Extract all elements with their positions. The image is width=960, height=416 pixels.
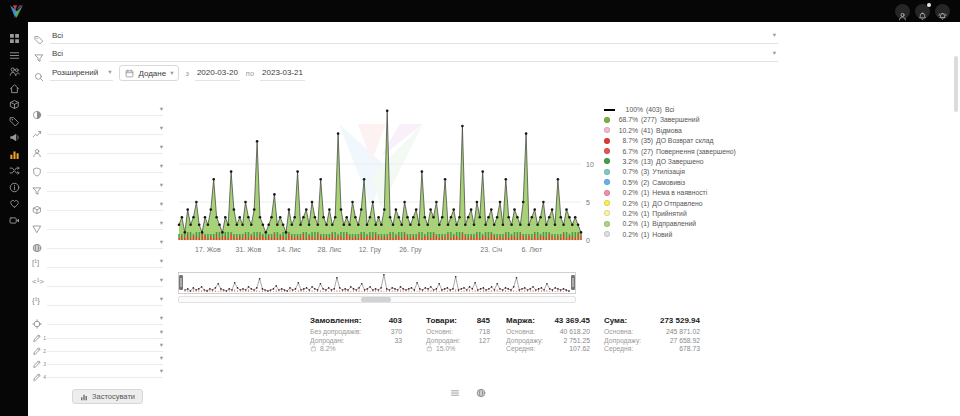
globe-icon[interactable] (476, 384, 486, 394)
legend-item[interactable]: 0.2%(1)Нема в наявності (604, 189, 804, 196)
date-from-input[interactable]: 2020-03-20 (195, 66, 240, 81)
angles-icon: <¹> (32, 277, 42, 287)
app-logo[interactable] (8, 3, 25, 20)
nabla-icon (32, 220, 42, 230)
legend-item[interactable]: 0.5%(2)Самовивіз (604, 179, 804, 186)
brush-chart[interactable] (178, 272, 576, 294)
video-icon[interactable] (9, 212, 20, 223)
legend-dot-swatch (604, 210, 610, 216)
stat-subvalue: 27 658.92 (670, 337, 700, 344)
manager-filter-select[interactable] (47, 141, 163, 154)
legend-count: (35) (641, 137, 653, 144)
date-to-input[interactable]: 2023-03-21 (260, 66, 305, 81)
legend-item[interactable]: 0.7%(3)Утилізація (604, 168, 804, 175)
legend-item[interactable]: 6.7%(27)Повернення (завершено) (604, 148, 804, 155)
pencil-icon: 2 (32, 342, 42, 352)
legend-label: Всі (665, 106, 674, 113)
menu-icon[interactable] (450, 384, 460, 394)
pricing-icon[interactable] (9, 113, 20, 124)
svg-text:17. Жов: 17. Жов (195, 246, 221, 253)
legend-item[interactable]: 100%(403)Всі (604, 106, 804, 113)
notifications-button[interactable] (915, 4, 930, 19)
status-filter-select[interactable]: Всі (50, 46, 778, 62)
field-2-filter-select[interactable] (47, 274, 163, 287)
status-filter-select-value: Всі (52, 49, 63, 58)
bell-icon (918, 7, 927, 16)
legend-dot-swatch (604, 138, 610, 144)
custom-2-filter-select[interactable] (47, 339, 163, 352)
legend-item[interactable]: 3.2%(13)ДО Завершено (604, 158, 804, 165)
apply-button[interactable]: Застосувати (72, 389, 143, 404)
left-icon-sidebar (0, 22, 28, 416)
dashboard-icon[interactable] (9, 30, 20, 41)
horizontal-scrollbar[interactable] (178, 296, 576, 303)
info-icon[interactable] (9, 179, 20, 190)
svg-text:28. Лис: 28. Лис (318, 246, 342, 253)
stat-subrow: Допродажу:2 751.25 (506, 337, 590, 344)
field-1-filter-select[interactable] (47, 255, 163, 268)
stat-percent-value: 8.2% (320, 345, 336, 352)
stat-percent-value: 15.0% (436, 345, 455, 352)
legend-item[interactable]: 0.2%(1)Відправлений (604, 220, 804, 227)
category-filter-select[interactable] (47, 217, 163, 230)
vertical-scrollbar-thumb[interactable] (954, 56, 958, 112)
brush-handle-left[interactable] (179, 275, 183, 290)
legend-dot-swatch (604, 169, 610, 175)
source-filter-select[interactable] (47, 179, 163, 192)
custom-4-filter-select[interactable] (47, 365, 163, 378)
stat-sublabel: Основна: (604, 328, 633, 335)
user-profile-button[interactable] (895, 4, 910, 19)
marketing-icon[interactable] (9, 129, 20, 140)
main-chart[interactable]: 051017. Жов31. Жов14. Лис28. Лис12. Гру2… (175, 94, 615, 264)
legend-count: (27) (641, 148, 653, 155)
stat-subrow: Без допродажів:370 (310, 328, 402, 335)
legend-count: (403) (646, 106, 662, 113)
customers-icon[interactable] (9, 63, 20, 74)
legend-count: (1) (641, 189, 649, 196)
legend-item[interactable]: 8.7%(35)ДО Возврат склад (604, 137, 804, 144)
legend-label: ДО Возврат склад (656, 137, 713, 144)
advanced-search-value: Розширений (52, 68, 98, 77)
status-filter-select[interactable] (47, 103, 163, 116)
search-icon[interactable] (34, 68, 44, 78)
field-3-filter-select[interactable] (47, 293, 163, 306)
dynamics-filter-select[interactable] (47, 122, 163, 135)
integrations-icon[interactable] (9, 162, 20, 173)
product-filter-select[interactable] (47, 198, 163, 211)
filter-row-1: Всі (34, 28, 778, 44)
brush-handle-right[interactable] (571, 275, 575, 290)
support-icon[interactable] (9, 195, 20, 206)
legend-percent: 0.7% (613, 168, 638, 175)
legend-item[interactable]: 0.2%(1)ДО Отправлено (604, 200, 804, 207)
legend-item[interactable]: 10.2%(41)Відмова (604, 127, 804, 134)
custom-1-filter-select[interactable] (47, 326, 163, 339)
legend-label: Повернення (завершено) (656, 148, 736, 155)
legend-label: ДО Отправлено (652, 200, 702, 207)
orders-type-select[interactable]: Всі (50, 28, 778, 44)
orders-icon[interactable] (9, 47, 20, 58)
stat-subvalue: 33 (394, 337, 402, 344)
stat-percent-row: 15.0% (426, 345, 490, 352)
trend-icon (32, 125, 42, 135)
bag-icon (426, 345, 433, 352)
filter-row-product (32, 195, 163, 214)
utm-filter-select[interactable] (47, 312, 163, 325)
chevron-down-icon (170, 70, 173, 77)
products-icon[interactable] (9, 96, 20, 107)
legend-item[interactable]: 0.2%(1)Прийнятий (604, 210, 804, 217)
home-icon[interactable] (9, 80, 20, 91)
legend-item[interactable]: 68.7%(277)Завершений (604, 116, 804, 123)
alerts-button[interactable] (935, 4, 950, 19)
region-filter-select[interactable] (47, 236, 163, 249)
custom-3-filter-select[interactable] (47, 352, 163, 365)
horizontal-scrollbar-thumb[interactable] (361, 297, 391, 302)
filter-row-category (32, 214, 163, 233)
globe-icon (32, 239, 42, 249)
legend-item[interactable]: 0.2%(1)Новий (604, 231, 804, 238)
role-filter-select[interactable] (47, 160, 163, 173)
advanced-search-select[interactable]: Розширений (50, 66, 113, 81)
pencil-icon: 3 (32, 355, 42, 365)
date-to-label: по (246, 69, 254, 78)
date-field-select[interactable]: Додане (119, 65, 179, 81)
analytics-icon[interactable] (9, 146, 20, 157)
